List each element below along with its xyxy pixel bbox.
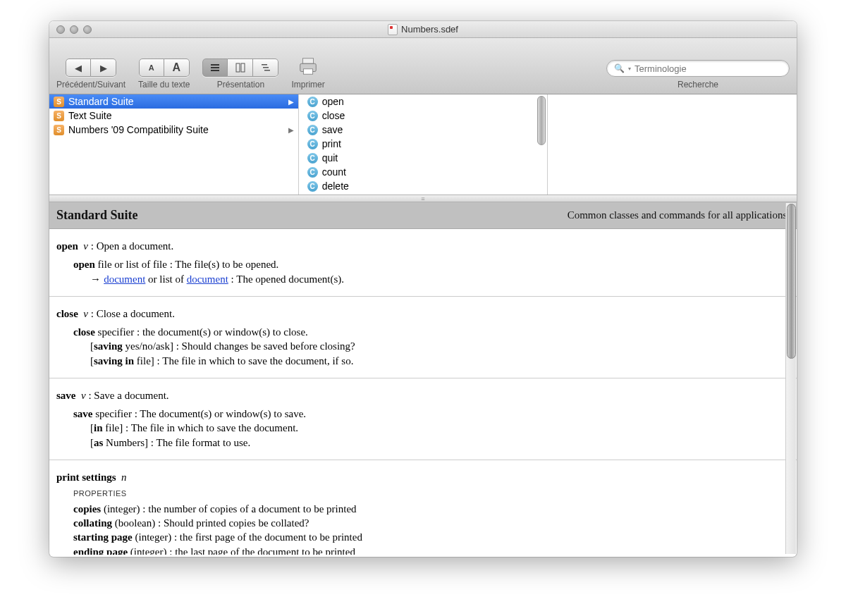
commands-column: CopenCcloseCsaveCprintCquitCcountCdelete <box>299 94 548 195</box>
ps-r4a: ending page <box>73 546 128 555</box>
command-item-label: quit <box>322 152 338 164</box>
command-item[interactable]: Cclose <box>303 109 548 123</box>
svg-rect-8 <box>303 58 314 64</box>
search-input[interactable] <box>634 63 782 74</box>
svg-rect-7 <box>264 70 270 71</box>
detail-scrollbar-thumb[interactable] <box>787 204 796 359</box>
command-badge-icon: C <box>307 139 318 149</box>
view-list-button[interactable] <box>202 58 228 77</box>
command-badge-icon: C <box>307 153 318 164</box>
textsize-label: Taille du texte <box>138 80 190 90</box>
text-smaller-button[interactable]: A <box>139 58 164 77</box>
command-item[interactable]: Copen <box>303 94 548 109</box>
triangle-right-icon: ▶ <box>100 63 107 73</box>
suite-item[interactable]: SNumbers '09 Compatibility Suite▶ <box>49 123 298 137</box>
save-p1a: in <box>94 422 103 433</box>
document-icon <box>388 24 398 35</box>
ps-r1b: (integer) : the number of copies of a do… <box>101 503 356 515</box>
open-name: open <box>56 240 78 252</box>
open-sig-rest: file or list of file : The file(s) to be… <box>95 259 278 270</box>
chevron-right-icon: ▶ <box>288 98 294 106</box>
command-item-label: open <box>322 96 344 107</box>
suite-badge-icon: S <box>54 97 64 107</box>
outline-view-icon <box>261 63 271 73</box>
search-icon: 🔍 <box>614 63 625 73</box>
forward-button[interactable]: ▶ <box>91 58 116 77</box>
suite-item[interactable]: SText Suite <box>49 109 298 123</box>
minimize-window-button[interactable] <box>70 25 78 34</box>
print-label: Imprimer <box>291 80 324 90</box>
open-return-link-a[interactable]: document <box>104 273 145 285</box>
close-desc: Close a document. <box>97 308 175 319</box>
column-browser: SStandard Suite▶SText SuiteSNumbers '09 … <box>49 94 797 195</box>
close-p2b: file] : The file in which to save the do… <box>134 355 353 366</box>
close-p1b: yes/no/ask] : Should changes be saved be… <box>123 340 355 352</box>
back-button[interactable]: ◀ <box>66 58 91 77</box>
print-button[interactable] <box>295 56 321 77</box>
open-kind: v <box>83 240 88 252</box>
detail-title: Standard Suite <box>56 208 138 223</box>
zoom-window-button[interactable] <box>83 25 92 34</box>
close-sig: close <box>73 326 95 338</box>
suite-item-label: Text Suite <box>68 110 111 121</box>
search-field[interactable]: 🔍▾ <box>606 60 790 77</box>
suite-badge-icon: S <box>54 125 64 135</box>
close-p1a: saving <box>94 340 123 352</box>
save-desc: Save a document. <box>94 390 168 401</box>
suite-item-label: Standard Suite <box>68 96 134 107</box>
triangle-left-icon: ◀ <box>75 63 82 73</box>
search-label: Recherche <box>678 80 718 90</box>
command-item[interactable]: Csave <box>303 123 548 137</box>
open-return-link-b[interactable]: document <box>187 273 228 285</box>
command-item-label: save <box>322 124 343 135</box>
view-columns-button[interactable] <box>228 58 253 77</box>
suite-badge-icon: S <box>54 111 64 121</box>
split-divider[interactable]: ≡ <box>49 195 797 202</box>
list-view-icon <box>210 63 220 73</box>
save-sig: save <box>73 408 93 419</box>
ps-r3b: (integer) : the first page of the docume… <box>133 531 362 543</box>
open-desc: Open a document. <box>97 240 174 252</box>
nav-label: Précédent/Suivant <box>56 80 125 90</box>
entry-print-settings: print settings n PROPERTIES copies (inte… <box>49 460 797 555</box>
svg-rect-10 <box>304 69 313 75</box>
ps-r2a: collating <box>73 517 112 529</box>
open-ret-rest: : The opened document(s). <box>228 273 344 285</box>
entry-save: save v : Save a document. save specifier… <box>49 378 797 460</box>
save-p2a: as <box>94 437 103 448</box>
ps-r2b: (boolean) : Should printed copies be col… <box>112 517 309 529</box>
columns-view-icon <box>235 63 245 73</box>
text-larger-button[interactable]: A <box>164 58 190 77</box>
ps-r3a: starting page <box>73 531 133 543</box>
printer-icon <box>298 56 319 77</box>
suites-column: SStandard Suite▶SText SuiteSNumbers '09 … <box>49 94 299 195</box>
svg-rect-6 <box>263 67 269 68</box>
titlebar: Numbers.sdef <box>49 21 797 38</box>
view-label: Présentation <box>217 80 264 90</box>
close-window-button[interactable] <box>56 25 65 34</box>
command-badge-icon: C <box>307 181 318 192</box>
empty-column <box>548 94 797 195</box>
command-item-label: count <box>322 166 346 178</box>
window-title: Numbers.sdef <box>401 24 458 35</box>
command-badge-icon: C <box>307 111 318 121</box>
close-name: close <box>56 308 78 319</box>
command-item[interactable]: Ccount <box>303 165 548 179</box>
detail-subtitle: Common classes and commands for all appl… <box>568 209 790 221</box>
command-item[interactable]: Cdelete <box>303 179 548 193</box>
command-item-label: close <box>322 110 345 121</box>
toolbar: ◀ ▶ Précédent/Suivant A A Taille du text… <box>49 38 797 94</box>
ps-kind: n <box>121 472 127 483</box>
command-badge-icon: C <box>307 167 318 178</box>
detail-scrollbar[interactable] <box>785 203 796 554</box>
entry-close: close v : Close a document. close specif… <box>49 297 797 378</box>
close-sig-rest: specifier : the document(s) or window(s)… <box>95 326 308 338</box>
command-item[interactable]: Cquit <box>303 151 548 165</box>
ps-name: print settings <box>56 472 116 483</box>
command-item[interactable]: Cprint <box>303 137 548 151</box>
scrollbar-thumb[interactable] <box>537 96 546 145</box>
save-kind: v <box>81 390 86 401</box>
close-p2a: saving in <box>94 355 134 366</box>
view-outline-button[interactable] <box>253 58 278 77</box>
suite-item[interactable]: SStandard Suite▶ <box>49 94 298 109</box>
